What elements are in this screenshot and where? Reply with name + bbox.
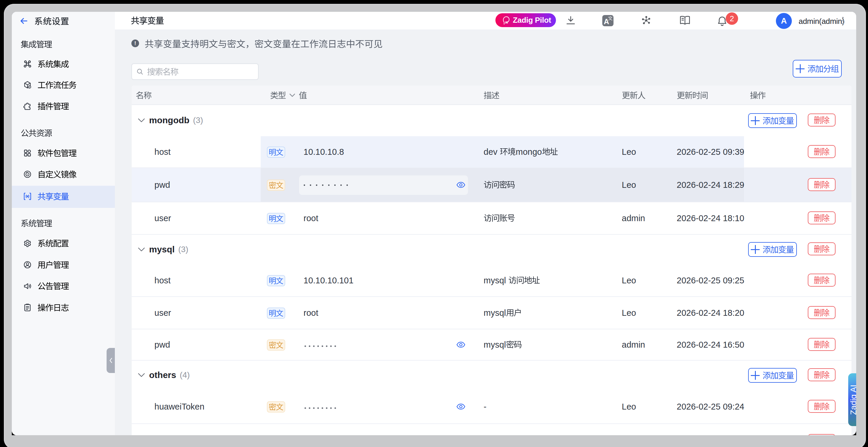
svg-text:AI: AI [505,21,508,24]
